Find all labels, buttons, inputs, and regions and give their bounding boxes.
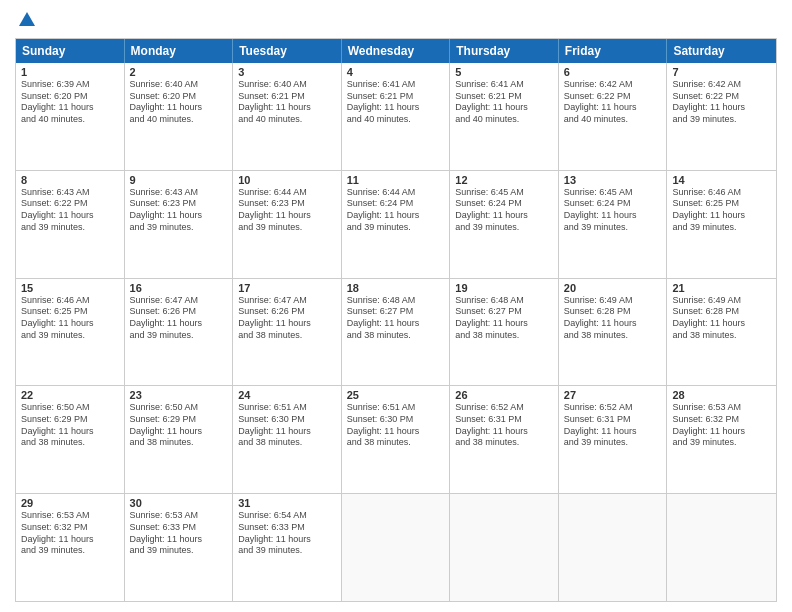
- day-cell-20: 20Sunrise: 6:49 AM Sunset: 6:28 PM Dayli…: [559, 279, 668, 386]
- day-info: Sunrise: 6:52 AM Sunset: 6:31 PM Dayligh…: [564, 402, 662, 449]
- day-info: Sunrise: 6:42 AM Sunset: 6:22 PM Dayligh…: [672, 79, 771, 126]
- day-cell-28: 28Sunrise: 6:53 AM Sunset: 6:32 PM Dayli…: [667, 386, 776, 493]
- day-number: 15: [21, 282, 119, 294]
- day-info: Sunrise: 6:45 AM Sunset: 6:24 PM Dayligh…: [564, 187, 662, 234]
- svg-marker-0: [19, 12, 35, 26]
- day-number: 7: [672, 66, 771, 78]
- header-day-wednesday: Wednesday: [342, 39, 451, 63]
- day-cell-8: 8Sunrise: 6:43 AM Sunset: 6:22 PM Daylig…: [16, 171, 125, 278]
- header-day-monday: Monday: [125, 39, 234, 63]
- day-cell-1: 1Sunrise: 6:39 AM Sunset: 6:20 PM Daylig…: [16, 63, 125, 170]
- day-cell-3: 3Sunrise: 6:40 AM Sunset: 6:21 PM Daylig…: [233, 63, 342, 170]
- day-info: Sunrise: 6:48 AM Sunset: 6:27 PM Dayligh…: [347, 295, 445, 342]
- calendar-row-4: 22Sunrise: 6:50 AM Sunset: 6:29 PM Dayli…: [16, 385, 776, 493]
- day-number: 21: [672, 282, 771, 294]
- day-number: 27: [564, 389, 662, 401]
- calendar-header: SundayMondayTuesdayWednesdayThursdayFrid…: [16, 39, 776, 63]
- day-info: Sunrise: 6:44 AM Sunset: 6:24 PM Dayligh…: [347, 187, 445, 234]
- day-info: Sunrise: 6:50 AM Sunset: 6:29 PM Dayligh…: [130, 402, 228, 449]
- day-cell-26: 26Sunrise: 6:52 AM Sunset: 6:31 PM Dayli…: [450, 386, 559, 493]
- day-number: 5: [455, 66, 553, 78]
- day-number: 8: [21, 174, 119, 186]
- day-info: Sunrise: 6:46 AM Sunset: 6:25 PM Dayligh…: [672, 187, 771, 234]
- day-info: Sunrise: 6:41 AM Sunset: 6:21 PM Dayligh…: [455, 79, 553, 126]
- day-cell-15: 15Sunrise: 6:46 AM Sunset: 6:25 PM Dayli…: [16, 279, 125, 386]
- day-number: 9: [130, 174, 228, 186]
- day-number: 28: [672, 389, 771, 401]
- day-cell-2: 2Sunrise: 6:40 AM Sunset: 6:20 PM Daylig…: [125, 63, 234, 170]
- day-info: Sunrise: 6:49 AM Sunset: 6:28 PM Dayligh…: [672, 295, 771, 342]
- header-day-saturday: Saturday: [667, 39, 776, 63]
- day-number: 6: [564, 66, 662, 78]
- day-info: Sunrise: 6:50 AM Sunset: 6:29 PM Dayligh…: [21, 402, 119, 449]
- day-cell-7: 7Sunrise: 6:42 AM Sunset: 6:22 PM Daylig…: [667, 63, 776, 170]
- day-number: 16: [130, 282, 228, 294]
- day-number: 13: [564, 174, 662, 186]
- day-info: Sunrise: 6:51 AM Sunset: 6:30 PM Dayligh…: [347, 402, 445, 449]
- day-number: 22: [21, 389, 119, 401]
- page: SundayMondayTuesdayWednesdayThursdayFrid…: [0, 0, 792, 612]
- empty-cell: [450, 494, 559, 601]
- day-number: 23: [130, 389, 228, 401]
- day-info: Sunrise: 6:47 AM Sunset: 6:26 PM Dayligh…: [130, 295, 228, 342]
- day-info: Sunrise: 6:52 AM Sunset: 6:31 PM Dayligh…: [455, 402, 553, 449]
- day-cell-5: 5Sunrise: 6:41 AM Sunset: 6:21 PM Daylig…: [450, 63, 559, 170]
- day-number: 17: [238, 282, 336, 294]
- day-number: 20: [564, 282, 662, 294]
- header-day-thursday: Thursday: [450, 39, 559, 63]
- calendar-row-3: 15Sunrise: 6:46 AM Sunset: 6:25 PM Dayli…: [16, 278, 776, 386]
- day-info: Sunrise: 6:40 AM Sunset: 6:21 PM Dayligh…: [238, 79, 336, 126]
- header-day-tuesday: Tuesday: [233, 39, 342, 63]
- day-cell-23: 23Sunrise: 6:50 AM Sunset: 6:29 PM Dayli…: [125, 386, 234, 493]
- day-cell-10: 10Sunrise: 6:44 AM Sunset: 6:23 PM Dayli…: [233, 171, 342, 278]
- day-cell-27: 27Sunrise: 6:52 AM Sunset: 6:31 PM Dayli…: [559, 386, 668, 493]
- day-number: 26: [455, 389, 553, 401]
- calendar-row-1: 1Sunrise: 6:39 AM Sunset: 6:20 PM Daylig…: [16, 63, 776, 170]
- day-info: Sunrise: 6:45 AM Sunset: 6:24 PM Dayligh…: [455, 187, 553, 234]
- day-number: 18: [347, 282, 445, 294]
- day-cell-17: 17Sunrise: 6:47 AM Sunset: 6:26 PM Dayli…: [233, 279, 342, 386]
- day-info: Sunrise: 6:53 AM Sunset: 6:33 PM Dayligh…: [130, 510, 228, 557]
- header-day-friday: Friday: [559, 39, 668, 63]
- header: [15, 10, 777, 30]
- empty-cell: [342, 494, 451, 601]
- day-number: 29: [21, 497, 119, 509]
- day-number: 4: [347, 66, 445, 78]
- day-number: 2: [130, 66, 228, 78]
- day-cell-21: 21Sunrise: 6:49 AM Sunset: 6:28 PM Dayli…: [667, 279, 776, 386]
- day-number: 11: [347, 174, 445, 186]
- day-info: Sunrise: 6:49 AM Sunset: 6:28 PM Dayligh…: [564, 295, 662, 342]
- header-day-sunday: Sunday: [16, 39, 125, 63]
- day-cell-30: 30Sunrise: 6:53 AM Sunset: 6:33 PM Dayli…: [125, 494, 234, 601]
- day-info: Sunrise: 6:47 AM Sunset: 6:26 PM Dayligh…: [238, 295, 336, 342]
- day-number: 25: [347, 389, 445, 401]
- day-info: Sunrise: 6:44 AM Sunset: 6:23 PM Dayligh…: [238, 187, 336, 234]
- day-cell-18: 18Sunrise: 6:48 AM Sunset: 6:27 PM Dayli…: [342, 279, 451, 386]
- day-cell-11: 11Sunrise: 6:44 AM Sunset: 6:24 PM Dayli…: [342, 171, 451, 278]
- calendar-row-2: 8Sunrise: 6:43 AM Sunset: 6:22 PM Daylig…: [16, 170, 776, 278]
- day-number: 3: [238, 66, 336, 78]
- day-cell-16: 16Sunrise: 6:47 AM Sunset: 6:26 PM Dayli…: [125, 279, 234, 386]
- day-info: Sunrise: 6:48 AM Sunset: 6:27 PM Dayligh…: [455, 295, 553, 342]
- calendar-body: 1Sunrise: 6:39 AM Sunset: 6:20 PM Daylig…: [16, 63, 776, 601]
- day-info: Sunrise: 6:42 AM Sunset: 6:22 PM Dayligh…: [564, 79, 662, 126]
- day-info: Sunrise: 6:53 AM Sunset: 6:32 PM Dayligh…: [672, 402, 771, 449]
- calendar-row-5: 29Sunrise: 6:53 AM Sunset: 6:32 PM Dayli…: [16, 493, 776, 601]
- day-number: 14: [672, 174, 771, 186]
- day-number: 30: [130, 497, 228, 509]
- empty-cell: [559, 494, 668, 601]
- logo-icon: [17, 10, 37, 30]
- day-number: 1: [21, 66, 119, 78]
- calendar: SundayMondayTuesdayWednesdayThursdayFrid…: [15, 38, 777, 602]
- day-number: 24: [238, 389, 336, 401]
- day-number: 31: [238, 497, 336, 509]
- logo: [15, 10, 37, 30]
- day-info: Sunrise: 6:43 AM Sunset: 6:23 PM Dayligh…: [130, 187, 228, 234]
- empty-cell: [667, 494, 776, 601]
- day-info: Sunrise: 6:54 AM Sunset: 6:33 PM Dayligh…: [238, 510, 336, 557]
- day-info: Sunrise: 6:51 AM Sunset: 6:30 PM Dayligh…: [238, 402, 336, 449]
- day-info: Sunrise: 6:53 AM Sunset: 6:32 PM Dayligh…: [21, 510, 119, 557]
- day-cell-22: 22Sunrise: 6:50 AM Sunset: 6:29 PM Dayli…: [16, 386, 125, 493]
- day-number: 12: [455, 174, 553, 186]
- day-cell-6: 6Sunrise: 6:42 AM Sunset: 6:22 PM Daylig…: [559, 63, 668, 170]
